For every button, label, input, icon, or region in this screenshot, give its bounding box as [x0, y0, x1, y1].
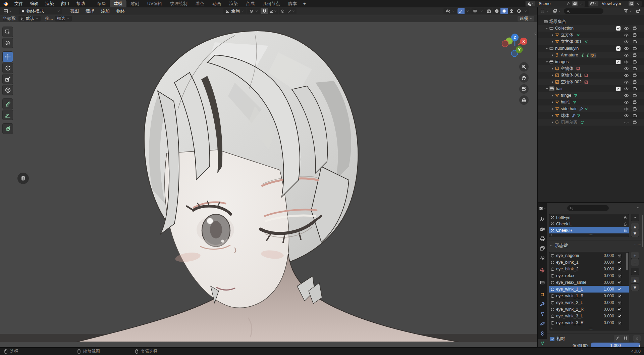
axis-gizmo[interactable]: ZXY [499, 27, 536, 64]
checkbox[interactable] [550, 337, 554, 341]
properties-tab-modifiers[interactable] [538, 300, 547, 309]
disable-render-toggle[interactable] [632, 112, 638, 119]
workspace-tab-着色[interactable]: 着色 [192, 0, 208, 7]
disable-render-toggle[interactable] [632, 119, 638, 126]
falloff-dropdown[interactable] [286, 8, 297, 14]
properties-tab-render[interactable] [538, 225, 547, 233]
outliner-row-球体[interactable]: 球体 [538, 112, 644, 119]
disable-render-toggle[interactable] [632, 45, 638, 52]
vertex-group-move-up-button[interactable]: ▲ [631, 223, 639, 230]
shading-wireframe-button[interactable] [493, 8, 500, 14]
workspace-tab-合成[interactable]: 合成 [242, 0, 259, 7]
remove-shape-key-button[interactable]: − [631, 259, 639, 266]
properties-tab-object[interactable] [538, 290, 547, 299]
hide-viewport-toggle[interactable] [623, 52, 629, 58]
lock-open-icon-wrap[interactable] [623, 216, 627, 220]
outliner-row-images[interactable]: images [538, 58, 644, 65]
pin-scene-button[interactable] [566, 1, 571, 6]
new-viewlayer-button[interactable] [629, 1, 634, 6]
scene-selector[interactable]: Scene [525, 1, 585, 7]
shape-key-move-down-button[interactable]: ▼ [631, 284, 639, 291]
outliner-search-input[interactable] [564, 8, 603, 14]
shape-key-eye_wink_2_R[interactable]: eye_wink_2_R0.000 [549, 306, 629, 313]
menu-帮助[interactable]: 帮助 [73, 1, 88, 6]
snap-dropdown[interactable] [268, 8, 278, 14]
menu-文件[interactable]: 文件 [11, 1, 26, 6]
camera-view-button[interactable] [519, 84, 529, 94]
checkbox[interactable] [616, 60, 621, 64]
xray-toggle[interactable] [485, 8, 492, 14]
outliner-row-空物体.001[interactable]: 空物体.001 [538, 72, 644, 79]
pan-hand-button[interactable] [519, 73, 529, 83]
shape-key-eye_wink_3_L[interactable]: eye_wink_3_L0.000 [549, 313, 629, 319]
disable-render-toggle[interactable] [632, 85, 638, 92]
workspace-tab-动画[interactable]: 动画 [208, 0, 225, 7]
vertex-group-LeftEye[interactable]: LeftEye [549, 214, 629, 221]
gizmo-dropdown[interactable] [465, 8, 471, 14]
workspace-tab-+[interactable]: + [301, 0, 308, 7]
properties-search-input[interactable] [567, 205, 609, 211]
shape-key-eye_relax_smile[interactable]: eye_relax_smile0.000 [549, 279, 629, 286]
properties-tab-particles[interactable] [538, 310, 547, 318]
viewport-menu-添加[interactable]: 添加 [98, 8, 113, 14]
delete-viewlayer-button[interactable] [635, 1, 640, 6]
workspace-tab-脚本[interactable]: 脚本 [284, 0, 301, 7]
shape-key-specials-button[interactable] [631, 268, 639, 275]
checkbox[interactable] [617, 280, 622, 285]
shape-keys-scrollbar[interactable] [626, 253, 628, 270]
disable-render-toggle[interactable] [632, 79, 638, 85]
outliner-row-side hair[interactable]: side hair [538, 105, 644, 112]
region-collapse-button[interactable] [533, 31, 537, 37]
shape-key-eye_blink_1[interactable]: eye_blink_10.000 [549, 259, 629, 266]
vertex-group-Cheek.L[interactable]: Cheek.L [549, 221, 629, 227]
disable-render-toggle[interactable] [632, 72, 638, 79]
outliner-filter-dropdown[interactable] [622, 8, 633, 14]
relative-checkbox-row[interactable]: 相对 [550, 336, 565, 342]
shape-key-eye_wink_3_R[interactable]: eye_wink_3_R0.000 [549, 319, 629, 326]
hide-viewport-toggle[interactable] [623, 25, 629, 32]
shape-key-value[interactable]: 0.000 [599, 314, 614, 318]
checkbox[interactable] [617, 267, 622, 271]
properties-tab-tool[interactable] [538, 215, 547, 224]
properties-filter-dropdown[interactable] [636, 206, 640, 211]
pivot-dropdown[interactable] [247, 8, 260, 14]
properties-tab-physics[interactable] [538, 319, 547, 328]
hide-viewport-toggle[interactable] [623, 105, 629, 112]
workspace-tab-布局[interactable]: 布局 [93, 0, 110, 7]
shading-dropdown[interactable] [523, 8, 529, 14]
delete-scene-button[interactable] [579, 1, 584, 6]
ortho-toggle-button[interactable] [519, 95, 529, 105]
clear-shape-keys-button[interactable] [633, 335, 641, 342]
disable-render-toggle[interactable] [632, 25, 638, 32]
gizmo-toggle[interactable] [458, 8, 465, 14]
outliner-row-空物体[interactable]: 空物体 [538, 65, 644, 72]
shape-key-eye_blink_2[interactable]: eye_blink_20.000 [549, 266, 629, 272]
outliner-row-立方体.001[interactable]: 立方体.001 [538, 38, 644, 45]
workspace-tab-建模[interactable]: 建模 [110, 0, 126, 7]
editor-type-button[interactable] [2, 8, 13, 14]
hide-viewport-toggle[interactable] [623, 92, 629, 99]
shape-key-value[interactable]: 0.000 [599, 260, 614, 265]
overlays-toggle[interactable] [471, 8, 479, 14]
hide-viewport-toggle[interactable] [623, 32, 629, 38]
checkbox[interactable] [616, 26, 621, 31]
checkbox[interactable] [617, 274, 622, 278]
properties-tab-data[interactable] [538, 339, 547, 348]
outliner-row-huohualiuyin[interactable]: huohualiuyin [538, 45, 644, 52]
snap-toggle[interactable] [261, 8, 268, 14]
workspace-tab-渲染[interactable]: 渲染 [225, 0, 242, 7]
checkbox[interactable] [617, 294, 622, 298]
visibility-dropdown[interactable] [443, 8, 457, 14]
properties-editor-type-dropdown[interactable] [538, 204, 547, 213]
outliner-row-立方体[interactable]: 立方体 [538, 32, 644, 38]
disable-render-toggle[interactable] [632, 65, 638, 72]
hide-viewport-toggle[interactable] [623, 99, 629, 105]
tool-transform-button[interactable] [3, 85, 13, 95]
outliner-row-hair1[interactable]: hair1 [538, 99, 644, 105]
orientation-dropdown[interactable]: 全局 [223, 8, 247, 14]
viewlayer-selector[interactable]: ViewLayer [588, 1, 642, 7]
outliner-row-fringe[interactable]: fringe [538, 92, 644, 99]
outliner-display-mode-dropdown[interactable] [539, 8, 550, 14]
viewport-menu-物体[interactable]: 物体 [113, 8, 128, 14]
vertex-group-Cheek.R[interactable]: Cheek.R [549, 227, 629, 233]
